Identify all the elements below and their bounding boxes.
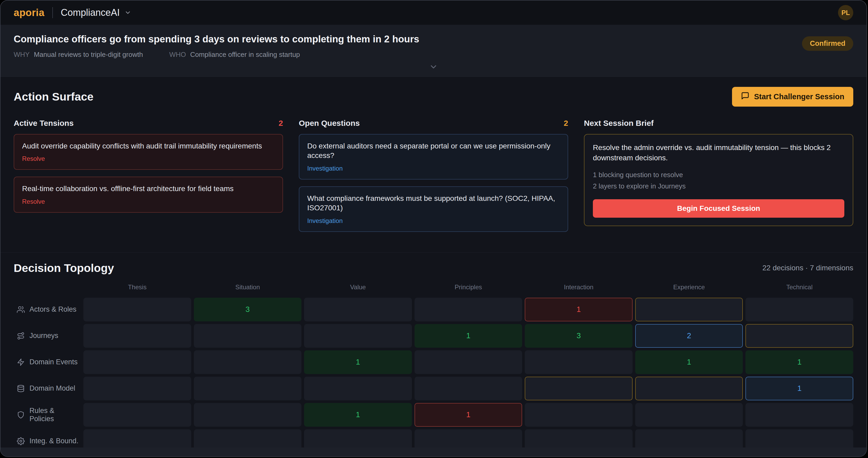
begin-focused-session-button[interactable]: Begin Focused Session (593, 199, 844, 218)
question-card[interactable]: What compliance frameworks must be suppo… (299, 187, 568, 232)
resolve-link[interactable]: Resolve (22, 155, 275, 163)
app-window: aporia ComplianceAI PL Compliance office… (0, 0, 867, 457)
topology-cell[interactable]: 1 (304, 403, 412, 427)
topology-cell[interactable] (83, 350, 191, 374)
topology-row-label: Rules & Policies (14, 403, 81, 427)
topology-cell[interactable] (414, 350, 522, 374)
topology-cell[interactable] (745, 403, 853, 427)
topology-column-header: Value (304, 284, 412, 291)
chevron-down-icon (124, 9, 131, 16)
topology-cell[interactable] (194, 350, 302, 374)
start-challenger-session-button[interactable]: Start Challenger Session (732, 87, 853, 107)
topology-cell[interactable] (304, 298, 412, 321)
topology-cell[interactable] (414, 377, 522, 400)
topology-row: Domain Events111 (14, 350, 853, 374)
topology-row: Rules & Policies11 (14, 403, 853, 427)
investigation-link[interactable]: Investigation (307, 217, 560, 225)
topology-row: Actors & Roles31 (14, 298, 853, 321)
question-text: What compliance frameworks must be suppo… (307, 194, 560, 213)
topbar-divider (52, 7, 53, 18)
shield-icon (17, 411, 25, 419)
topology-column-header: Experience (635, 284, 743, 291)
brief-meta: 1 blocking question to resolve2 layers t… (593, 169, 844, 192)
topology-cell[interactable] (525, 350, 632, 374)
topology-cell[interactable]: 1 (745, 350, 853, 374)
topology-summary: 22 decisions · 7 dimensions (762, 264, 853, 272)
topology-cell[interactable]: 3 (525, 324, 632, 348)
project-switcher[interactable]: ComplianceAI (61, 7, 131, 18)
open-questions-count: 2 (564, 119, 568, 128)
resolve-link[interactable]: Resolve (22, 198, 275, 205)
gear-icon (17, 437, 25, 445)
brief-meta-line: 2 layers to explore in Journeys (593, 180, 844, 192)
tension-text: Audit override capability conflicts with… (22, 141, 275, 151)
topology-cell[interactable] (745, 298, 853, 321)
next-session-brief-card: Resolve the admin override vs. audit imm… (584, 134, 853, 226)
topology-row-label-text: Journeys (29, 332, 58, 340)
tension-card[interactable]: Real-time collaboration vs. offline-firs… (14, 177, 283, 212)
active-tensions-title: Active Tensions (14, 119, 74, 128)
hero-meta: WHY Manual reviews to triple-digit growt… (14, 51, 853, 59)
topology-cell[interactable] (525, 403, 632, 427)
topology-cell[interactable] (635, 403, 743, 427)
topology-cell[interactable] (83, 324, 191, 348)
topbar: aporia ComplianceAI PL (1, 1, 866, 25)
topology-cell[interactable] (194, 403, 302, 427)
open-questions-column: Open Questions 2 Do external auditors ne… (299, 119, 568, 239)
investigation-link[interactable]: Investigation (307, 165, 560, 172)
topology-column-header: Interaction (525, 284, 632, 291)
topology-row: Domain Model1 (14, 377, 853, 400)
action-surface-title: Action Surface (14, 90, 93, 103)
topology-cell[interactable]: 2 (635, 324, 743, 348)
project-name: ComplianceAI (61, 7, 120, 18)
decision-topology-title: Decision Topology (14, 262, 114, 275)
active-tensions-column: Active Tensions 2 Audit override capabil… (14, 119, 283, 220)
topology-cell[interactable] (194, 324, 302, 348)
users-icon (17, 306, 25, 314)
active-tensions-count: 2 (279, 119, 283, 128)
topology-cell[interactable]: 1 (414, 403, 522, 427)
topology-cell[interactable]: 3 (194, 298, 302, 321)
topology-grid: ThesisSituationValuePrinciplesInteractio… (14, 284, 853, 457)
topology-row-label-text: Rules & Policies (29, 407, 81, 423)
topology-cell[interactable] (635, 298, 743, 321)
topology-row-label-text: Domain Model (29, 384, 75, 393)
topology-cell[interactable] (304, 324, 412, 348)
avatar[interactable]: PL (838, 5, 853, 20)
hero-expand-chevron[interactable] (14, 59, 853, 75)
brief-meta-line: 1 blocking question to resolve (593, 169, 844, 180)
database-icon (17, 384, 25, 393)
topology-cell[interactable]: 1 (635, 350, 743, 374)
topology-cell[interactable] (83, 377, 191, 400)
question-text: Do external auditors need a separate por… (307, 141, 560, 161)
topology-column-header: Situation (194, 284, 302, 291)
topology-row-label-text: Domain Events (29, 358, 78, 366)
topology-cell[interactable] (635, 377, 743, 400)
question-card[interactable]: Do external auditors need a separate por… (299, 134, 568, 179)
topology-cell[interactable] (745, 324, 853, 348)
topology-cell[interactable]: 1 (525, 298, 632, 321)
questions-list: Do external auditors need a separate por… (299, 134, 568, 232)
topology-column-headers: ThesisSituationValuePrinciplesInteractio… (14, 284, 853, 291)
topology-rows: Actors & Roles31Journeys132Domain Events… (14, 298, 853, 457)
route-icon (17, 332, 25, 340)
chat-icon (741, 92, 749, 102)
topology-cell[interactable] (525, 377, 632, 400)
topology-column-header: Technical (745, 284, 853, 291)
topology-cell[interactable]: 1 (414, 324, 522, 348)
topology-row-label: Journeys (14, 324, 81, 348)
topology-row-label: Domain Model (14, 377, 81, 400)
topology-cell[interactable] (194, 377, 302, 400)
topology-cell[interactable] (83, 298, 191, 321)
topology-row-label: Domain Events (14, 350, 81, 374)
next-session-brief-column: Next Session Brief Resolve the admin ove… (584, 119, 853, 226)
topology-row-label-text: Actors & Roles (29, 305, 76, 314)
topology-cell[interactable]: 1 (745, 377, 853, 400)
action-surface-section: Action Surface Start Challenger Session … (1, 77, 866, 253)
topology-cell[interactable]: 1 (304, 350, 412, 374)
topology-cell[interactable] (304, 377, 412, 400)
topology-cell[interactable] (414, 298, 522, 321)
tension-card[interactable]: Audit override capability conflicts with… (14, 134, 283, 170)
topology-cell[interactable] (83, 403, 191, 427)
brand-logo: aporia (14, 7, 44, 19)
